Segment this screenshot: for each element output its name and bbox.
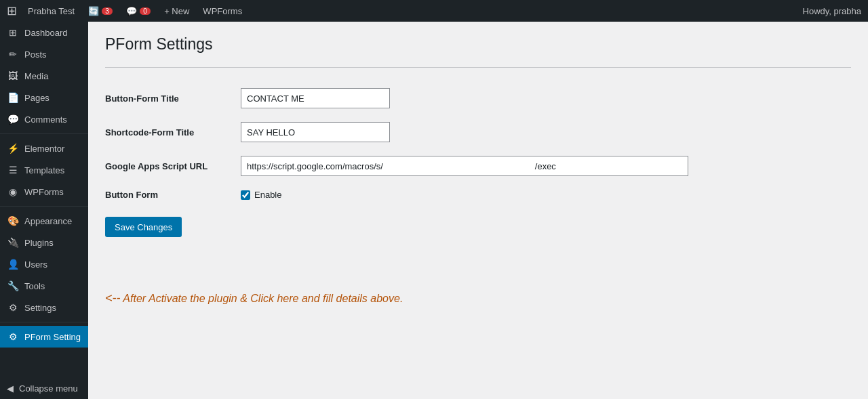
sidebar-item-label: Templates bbox=[24, 165, 64, 175]
google-apps-script-url-input[interactable] bbox=[241, 156, 688, 176]
button-form-row: Button Form Enable bbox=[105, 183, 851, 207]
wpforms-icon: ◉ bbox=[7, 186, 19, 197]
sidebar-item-dashboard[interactable]: ⊞ Dashboard bbox=[0, 22, 88, 43]
sidebar-item-plugins[interactable]: 🔌 Plugins bbox=[0, 232, 88, 253]
enable-checkbox-label[interactable]: Enable bbox=[241, 190, 851, 200]
sidebar-item-label: Pages bbox=[24, 93, 50, 103]
sidebar-divider bbox=[0, 322, 88, 322]
wp-logo-icon[interactable]: ⊞ bbox=[7, 3, 17, 18]
posts-icon: ✏ bbox=[7, 49, 19, 60]
sidebar-divider bbox=[0, 206, 88, 207]
page-title: PForm Settings bbox=[105, 35, 851, 54]
enable-label: Enable bbox=[254, 190, 281, 200]
settings-icon: ⚙ bbox=[7, 302, 19, 313]
button-form-title-row: Button-Form Title bbox=[105, 81, 851, 115]
sidebar-item-comments[interactable]: 💬 Comments bbox=[0, 108, 88, 130]
button-form-label: Button Form bbox=[105, 183, 241, 207]
sidebar: ⊞ Dashboard ✏ Posts 🖼 Media 📄 Pages 💬 Co… bbox=[0, 22, 88, 399]
settings-divider bbox=[105, 67, 851, 68]
sidebar-item-label: Media bbox=[24, 71, 48, 81]
sidebar-item-label: Posts bbox=[24, 49, 47, 60]
adminbar-greeting: Howdy, prabha bbox=[803, 6, 861, 16]
sidebar-item-posts[interactable]: ✏ Posts bbox=[0, 43, 88, 65]
sidebar-item-tools[interactable]: 🔧 Tools bbox=[0, 275, 88, 297]
hint-text: After Activate the plugin & Click here a… bbox=[123, 293, 403, 304]
adminbar-new[interactable]: + New bbox=[159, 0, 195, 22]
templates-icon: ☰ bbox=[7, 165, 19, 175]
sidebar-item-label: Appearance bbox=[24, 216, 72, 226]
google-apps-script-url-row: Google Apps Script URL bbox=[105, 149, 851, 183]
sidebar-item-label: Dashboard bbox=[24, 28, 68, 38]
sidebar-item-label: Tools bbox=[24, 281, 45, 291]
updates-count: 3 bbox=[102, 7, 113, 15]
shortcode-form-title-row: Shortcode-Form Title bbox=[105, 115, 851, 149]
button-form-title-input[interactable] bbox=[241, 88, 390, 108]
sidebar-item-templates[interactable]: ☰ Templates bbox=[0, 159, 88, 181]
adminbar-updates[interactable]: 🔄 3 bbox=[83, 0, 118, 22]
save-changes-button[interactable]: Save Changes bbox=[105, 217, 182, 237]
sidebar-item-label: Elementor bbox=[24, 144, 64, 154]
tools-icon: 🔧 bbox=[7, 280, 19, 291]
sidebar-item-pform[interactable]: ⚙ PForm Setting bbox=[0, 326, 88, 348]
enable-checkbox[interactable] bbox=[241, 190, 250, 200]
adminbar-site[interactable]: Prabha Test bbox=[22, 0, 80, 22]
collapse-label: Collapse menu bbox=[19, 383, 78, 394]
sidebar-item-label: WPForms bbox=[24, 187, 64, 197]
collapse-icon: ◀ bbox=[7, 383, 14, 394]
comments-icon: 💬 bbox=[7, 114, 19, 125]
pform-icon: ⚙ bbox=[7, 331, 19, 342]
adminbar-comments[interactable]: 💬 0 bbox=[121, 0, 156, 22]
adminbar-new-label: + New bbox=[164, 6, 189, 16]
sidebar-item-label: Settings bbox=[24, 303, 56, 313]
media-icon: 🖼 bbox=[7, 70, 19, 81]
sidebar-item-label: PForm Setting bbox=[24, 332, 81, 342]
sidebar-item-settings[interactable]: ⚙ Settings bbox=[0, 297, 88, 318]
elementor-icon: ⚡ bbox=[7, 143, 19, 154]
sidebar-item-label: Comments bbox=[24, 114, 67, 125]
adminbar-wpforms[interactable]: WPForms bbox=[197, 0, 248, 22]
plugins-icon: 🔌 bbox=[7, 237, 19, 248]
comments-icon: 💬 bbox=[126, 6, 137, 16]
dashboard-icon: ⊞ bbox=[7, 27, 19, 38]
users-icon: 👤 bbox=[7, 259, 19, 270]
button-form-title-label: Button-Form Title bbox=[105, 81, 241, 115]
adminbar-site-label: Prabha Test bbox=[28, 6, 75, 16]
comments-count: 0 bbox=[140, 7, 151, 15]
shortcode-form-title-label: Shortcode-Form Title bbox=[105, 115, 241, 149]
sidebar-item-appearance[interactable]: 🎨 Appearance bbox=[0, 210, 88, 232]
appearance-icon: 🎨 bbox=[7, 215, 19, 226]
sidebar-item-users[interactable]: 👤 Users bbox=[0, 253, 88, 275]
sidebar-item-pages[interactable]: 📄 Pages bbox=[0, 87, 88, 108]
shortcode-form-title-input[interactable] bbox=[241, 122, 390, 142]
adminbar-wpforms-label: WPForms bbox=[203, 6, 242, 16]
hint-container: <-- After Activate the plugin & Click he… bbox=[105, 291, 851, 306]
sidebar-item-media[interactable]: 🖼 Media bbox=[0, 65, 88, 87]
sidebar-divider bbox=[0, 133, 88, 134]
settings-form: Button-Form Title Shortcode-Form Title G… bbox=[105, 81, 851, 207]
admin-bar: ⊞ Prabha Test 🔄 3 💬 0 + New WPForms Howd… bbox=[0, 0, 868, 22]
collapse-menu[interactable]: ◀ Collapse menu bbox=[0, 378, 88, 399]
updates-icon: 🔄 bbox=[88, 6, 99, 16]
google-apps-script-url-label: Google Apps Script URL bbox=[105, 149, 241, 183]
sidebar-item-wpforms[interactable]: ◉ WPForms bbox=[0, 181, 88, 203]
sidebar-item-elementor[interactable]: ⚡ Elementor bbox=[0, 138, 88, 159]
main-content: PForm Settings Button-Form Title Shortco… bbox=[88, 22, 868, 399]
sidebar-item-label: Users bbox=[24, 259, 47, 270]
hint-arrow: <-- bbox=[105, 291, 121, 305]
pages-icon: 📄 bbox=[7, 92, 19, 103]
sidebar-item-label: Plugins bbox=[24, 238, 54, 248]
